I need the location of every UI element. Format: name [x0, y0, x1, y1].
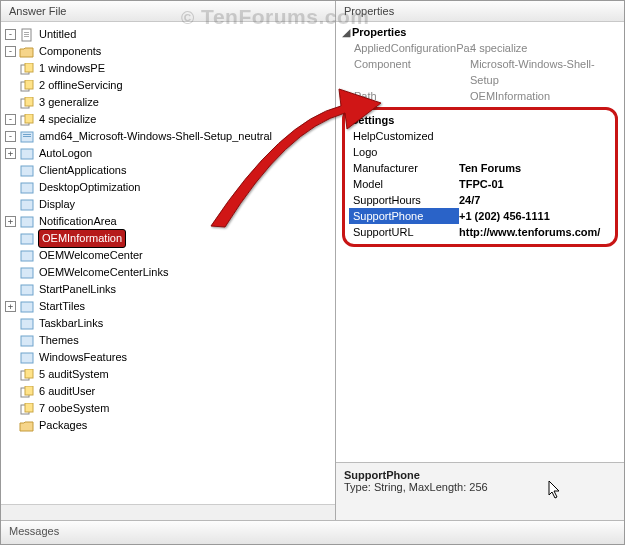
settings-highlight-box: Settings HelpCustomized Logo Manufacture… [342, 107, 618, 247]
svg-rect-14 [23, 136, 31, 137]
setting-key[interactable]: SupportHours [349, 192, 459, 208]
tree-item[interactable]: StartTiles [38, 298, 86, 315]
setting-key[interactable]: Logo [349, 144, 459, 160]
tree-components-label[interactable]: Components [38, 43, 102, 60]
collapse-icon[interactable]: - [5, 46, 16, 57]
tree-item[interactable]: TaskbarLinks [38, 315, 104, 332]
tree-item[interactable]: StartPanelLinks [38, 281, 117, 298]
setting-icon [19, 351, 35, 365]
svg-rect-1 [24, 32, 29, 33]
setting-icon [19, 283, 35, 297]
tree-item[interactable]: OEMWelcomeCenterLinks [38, 264, 169, 281]
setting-icon [19, 334, 35, 348]
setting-value[interactable]: TFPC-01 [459, 176, 504, 192]
prop-key: Component [340, 56, 470, 88]
tree-item[interactable]: 3 generalize [38, 94, 100, 111]
properties-section-title: Properties [352, 24, 406, 40]
collapse-icon[interactable]: - [5, 131, 16, 142]
setting-key[interactable]: Model [349, 176, 459, 192]
tree-item[interactable]: amd64_Microsoft-Windows-Shell-Setup_neut… [38, 128, 273, 145]
svg-rect-29 [25, 369, 33, 378]
setting-key[interactable]: SupportURL [349, 224, 459, 240]
setting-icon [19, 317, 35, 331]
tree-root-label[interactable]: Untitled [38, 26, 77, 43]
setting-key[interactable]: HelpCustomized [349, 128, 459, 144]
setting-icon [19, 249, 35, 263]
description-text: Type: String, MaxLength: 256 [344, 481, 616, 493]
svg-rect-22 [21, 268, 33, 278]
svg-rect-24 [21, 302, 33, 312]
setting-icon [19, 198, 35, 212]
setting-icon [19, 300, 35, 314]
setting-key-selected[interactable]: SupportPhone [349, 208, 459, 224]
pass-icon [19, 113, 35, 127]
svg-rect-7 [25, 80, 33, 89]
prop-value[interactable]: OEMInformation [470, 88, 620, 104]
expand-icon[interactable]: + [5, 301, 16, 312]
setting-value[interactable]: http://www.tenforums.com/ [459, 224, 600, 240]
svg-rect-16 [21, 166, 33, 176]
expand-icon[interactable]: + [5, 216, 16, 227]
svg-rect-31 [25, 386, 33, 395]
setting-value[interactable]: +1 (202) 456-1111 [459, 208, 550, 224]
svg-rect-25 [21, 319, 33, 329]
svg-rect-20 [21, 234, 33, 244]
tree-item[interactable]: 6 auditUser [38, 383, 96, 400]
pass-icon [19, 96, 35, 110]
property-grid[interactable]: ◢Properties AppliedConfigurationPa:4 spe… [336, 22, 624, 462]
setting-key[interactable]: Manufacturer [349, 160, 459, 176]
properties-pane: Properties ◢Properties AppliedConfigurat… [336, 1, 624, 520]
svg-rect-5 [25, 63, 33, 72]
component-icon [19, 130, 35, 144]
prop-value[interactable]: Microsoft-Windows-Shell-Setup [470, 56, 620, 88]
svg-rect-2 [24, 34, 29, 35]
horizontal-scrollbar[interactable] [1, 504, 335, 520]
prop-value[interactable]: 4 specialize [470, 40, 620, 56]
svg-rect-21 [21, 251, 33, 261]
tree-item[interactable]: 2 offlineServicing [38, 77, 124, 94]
settings-section-title: Settings [349, 112, 611, 128]
expand-icon[interactable]: + [5, 148, 16, 159]
svg-rect-3 [24, 36, 29, 37]
messages-header[interactable]: Messages [1, 520, 624, 544]
tree-item-oeminformation[interactable]: OEMInformation [38, 229, 126, 248]
tree-item[interactable]: WindowsFeatures [38, 349, 128, 366]
answer-file-tree[interactable]: - Untitled - Components [1, 22, 335, 504]
setting-icon [19, 232, 35, 246]
properties-header: Properties [336, 1, 624, 22]
svg-rect-19 [21, 217, 33, 227]
collapse-icon[interactable]: - [5, 114, 16, 125]
tree-item[interactable]: Themes [38, 332, 80, 349]
svg-rect-9 [25, 97, 33, 106]
tree-item[interactable]: 4 specialize [38, 111, 97, 128]
setting-icon [19, 215, 35, 229]
tree-item[interactable]: 7 oobeSystem [38, 400, 110, 417]
tree-item[interactable]: OEMWelcomeCenter [38, 247, 144, 264]
property-description: SupportPhone Type: String, MaxLength: 25… [336, 462, 624, 520]
collapse-icon[interactable]: - [5, 29, 16, 40]
tree-item[interactable]: AutoLogon [38, 145, 93, 162]
pass-icon [19, 402, 35, 416]
tree-item[interactable]: NotificationArea [38, 213, 118, 230]
setting-icon [19, 164, 35, 178]
setting-value[interactable]: 24/7 [459, 192, 480, 208]
tree-item[interactable]: Display [38, 196, 76, 213]
tree-packages-label[interactable]: Packages [38, 417, 88, 434]
svg-rect-15 [21, 149, 33, 159]
folder-open-icon [19, 45, 35, 59]
pass-icon [19, 62, 35, 76]
svg-rect-23 [21, 285, 33, 295]
setting-icon [19, 181, 35, 195]
tree-item[interactable]: 5 auditSystem [38, 366, 110, 383]
collapse-caret-icon[interactable]: ◢ [340, 24, 352, 40]
answer-file-pane: Answer File - Untitled - [1, 1, 336, 520]
tree-item[interactable]: DesktopOptimization [38, 179, 142, 196]
document-icon [19, 28, 35, 42]
tree-item[interactable]: 1 windowsPE [38, 60, 106, 77]
setting-value[interactable]: Ten Forums [459, 160, 521, 176]
folder-icon [19, 419, 35, 433]
tree-item[interactable]: ClientApplications [38, 162, 127, 179]
setting-icon [19, 147, 35, 161]
description-title: SupportPhone [344, 469, 616, 481]
prop-key: AppliedConfigurationPa: [340, 40, 470, 56]
